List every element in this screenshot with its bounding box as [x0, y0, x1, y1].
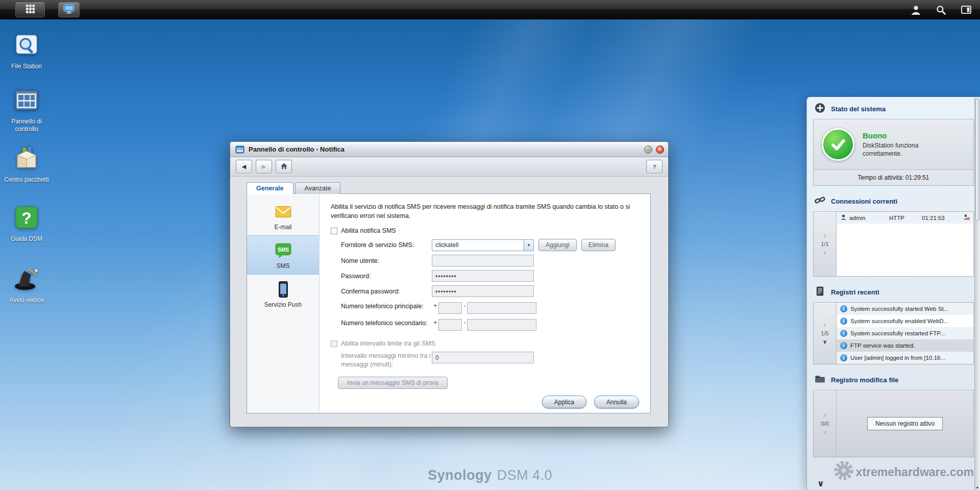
enable-interval-checkbox[interactable] — [331, 340, 337, 347]
status-value: Buono — [863, 131, 939, 140]
primary-phone-country-field[interactable] — [438, 302, 462, 314]
logs-page-down[interactable]: ∨ — [823, 339, 827, 345]
back-button[interactable]: ◀ — [236, 160, 252, 174]
magic-hat-icon — [12, 287, 41, 295]
desktop-icon-control-panel[interactable]: Pannello di controllo — [1, 86, 52, 133]
interval-field[interactable] — [432, 352, 534, 363]
filelog-page-up[interactable]: ∧ — [823, 412, 826, 418]
app-grid-icon — [25, 4, 36, 16]
password-field[interactable] — [432, 270, 534, 282]
scrollbar-down-arrow[interactable]: ▼ — [975, 486, 980, 489]
close-button[interactable]: × — [656, 145, 664, 154]
sidebar-item-label: Servizio Push — [264, 301, 302, 308]
tab-bar: Generale Avanzate — [247, 182, 342, 194]
notification-sidebar: E-mail SMS SMS Servizio Push — [247, 194, 320, 413]
connection-time: 01:21:53 — [922, 215, 963, 221]
sidebar-item-push-service[interactable]: Servizio Push — [247, 275, 319, 313]
desktop-icon-package-center[interactable]: Centro pacchetti — [1, 144, 52, 184]
system-status-widget: Buono DiskStation funziona correttamente… — [813, 119, 974, 186]
show-desktop-button[interactable] — [58, 2, 80, 17]
dsm-watermark: SynologyDSM 4.0 — [428, 468, 552, 483]
confirm-password-label: Conferma password: — [331, 287, 432, 296]
primary-phone-field[interactable] — [467, 302, 536, 314]
connections-widget: ∧ 1/1 ∨ admin HTTP 01:21:53 — [813, 211, 974, 277]
add-provider-button[interactable]: Aggiungi — [538, 239, 577, 251]
username-label: Nome utente: — [331, 257, 432, 265]
log-text: FTP service was started. — [850, 342, 915, 349]
filelog-page-down[interactable]: ∨ — [823, 429, 826, 435]
sidebar-item-label: E-mail — [274, 224, 291, 231]
tab-avanzate[interactable]: Avanzate — [295, 182, 341, 194]
email-icon — [249, 203, 317, 221]
desktop-icon-label: File Station — [1, 63, 52, 70]
password-label: Password: — [331, 272, 432, 280]
widget-title-recent-logs: Registri recenti — [831, 288, 879, 296]
desktop-icon-file-station[interactable]: File Station — [1, 31, 52, 70]
apply-button[interactable]: Applica — [542, 396, 586, 408]
user-menu-icon[interactable] — [911, 5, 921, 15]
sidebar-item-label: SMS — [276, 262, 289, 270]
info-icon: i — [840, 330, 847, 337]
home-icon — [280, 162, 288, 171]
window-toolbar: ◀ ▶ ? — [230, 157, 668, 177]
log-entry[interactable]: i System successfully started Web St... — [837, 303, 973, 315]
log-entry[interactable]: i System successfully restarted FTP... — [837, 327, 973, 339]
system-status-icon — [814, 102, 826, 115]
chevron-down-icon: ▼ — [524, 240, 533, 251]
delete-provider-button[interactable]: Elimina — [581, 239, 616, 251]
widget-title-system-status: Stato del sistema — [831, 105, 886, 113]
sms-description: Abilita il servizio di notifica SMS per … — [331, 202, 635, 220]
help-button[interactable]: ? — [646, 160, 663, 174]
enable-sms-checkbox[interactable] — [331, 228, 337, 234]
window-titlebar[interactable]: Pannello di controllo - Notifica – × — [230, 142, 668, 157]
provider-value: clickatell — [435, 241, 458, 249]
sidebar-item-sms[interactable]: SMS SMS — [247, 235, 319, 275]
secondary-phone-country-field[interactable] — [438, 319, 462, 331]
minimize-button[interactable]: – — [644, 145, 652, 154]
desktop-icon-dsm-help[interactable]: ? Guida DSM — [1, 203, 52, 243]
widget-title-file-change-log: Registro modifica file — [831, 376, 898, 384]
cancel-button[interactable]: Annulla — [594, 396, 639, 408]
monitor-icon — [63, 4, 75, 16]
home-button[interactable] — [276, 160, 292, 174]
log-entry[interactable]: i System successfully enabled WebD... — [837, 315, 973, 327]
file-change-log-icon — [814, 373, 826, 386]
tab-generale[interactable]: Generale — [247, 182, 293, 194]
search-icon[interactable] — [936, 5, 946, 15]
dsm-version: DSM 4.0 — [497, 468, 552, 483]
connections-page-down[interactable]: ∨ — [823, 250, 826, 255]
connection-row[interactable]: admin HTTP 01:21:53 — [837, 212, 973, 224]
smartphone-icon — [249, 280, 317, 299]
log-entry[interactable]: i User [admin] logged in from [10.16... — [837, 352, 973, 364]
sms-provider-select[interactable]: clickatell ▼ — [432, 239, 534, 251]
kick-user-icon[interactable] — [963, 214, 970, 222]
logs-page-up[interactable]: ∧ — [823, 322, 826, 328]
connections-page-up[interactable]: ∧ — [823, 233, 826, 238]
sidebar-item-email[interactable]: E-mail — [247, 197, 319, 235]
log-entry[interactable]: i FTP service was started. — [837, 339, 973, 352]
enable-sms-label: Abilita notifica SMS — [341, 227, 396, 234]
secondary-phone-field[interactable] — [467, 319, 536, 331]
forward-button[interactable]: ▶ — [256, 160, 272, 174]
panel-scroll-more-chevron[interactable]: ∨ — [817, 478, 824, 489]
recent-logs-widget: ∧ 1/5 ∨ i System successfully started We… — [813, 302, 974, 364]
log-text: System successfully started Web St... — [850, 306, 948, 312]
secondary-phone-label: Numero telefonico secondario: — [331, 319, 432, 327]
widgets-panel-icon[interactable] — [961, 5, 972, 15]
desktop-icon-quick-start[interactable]: Avvio veloce — [1, 264, 52, 304]
primary-phone-label: Numero telefonico principale: — [331, 302, 432, 310]
help-book-icon: ? — [12, 226, 41, 233]
panel-scrollbar[interactable]: ▼ — [974, 97, 980, 490]
main-menu-button[interactable] — [15, 2, 45, 17]
scrollbar-thumb[interactable] — [975, 99, 979, 221]
connections-page-indicator: 1/1 — [821, 241, 828, 247]
log-document-icon — [814, 285, 826, 299]
confirm-password-field[interactable] — [432, 285, 534, 297]
status-ok-icon — [822, 128, 854, 161]
username-field[interactable] — [432, 255, 534, 266]
desktop-icon-label: Guida DSM — [1, 235, 52, 243]
uptime-text: Tempo di attività: 01:29:51 — [814, 169, 973, 185]
file-change-log-widget: ∧ 0/0 ∨ Nessun registro attivo — [813, 390, 974, 457]
send-test-sms-button[interactable]: Invia un messaggio SMS di prova — [338, 377, 448, 389]
site-watermark: xtremehardware.com — [832, 459, 974, 485]
